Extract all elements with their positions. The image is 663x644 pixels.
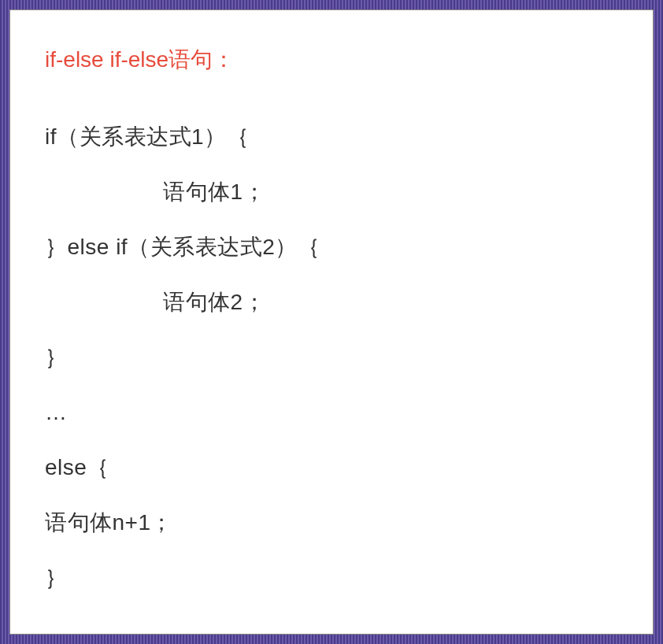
code-line: 语句体n+1； (45, 495, 618, 550)
code-line: if（关系表达式1）｛ (45, 109, 618, 165)
code-line: ｝ (45, 550, 618, 605)
code-line: ｝else if（关系表达式2）｛ (45, 220, 618, 275)
code-line: ｝ (45, 330, 618, 385)
code-line: … (45, 385, 618, 440)
code-block-container: if-else if-else语句： if（关系表达式1）｛ 语句体1； ｝el… (9, 9, 654, 635)
section-title: if-else if-else语句： (45, 32, 618, 87)
code-line: 语句体1； (45, 165, 618, 220)
code-line: else｛ (45, 440, 618, 495)
code-line: 语句体2； (45, 275, 618, 330)
